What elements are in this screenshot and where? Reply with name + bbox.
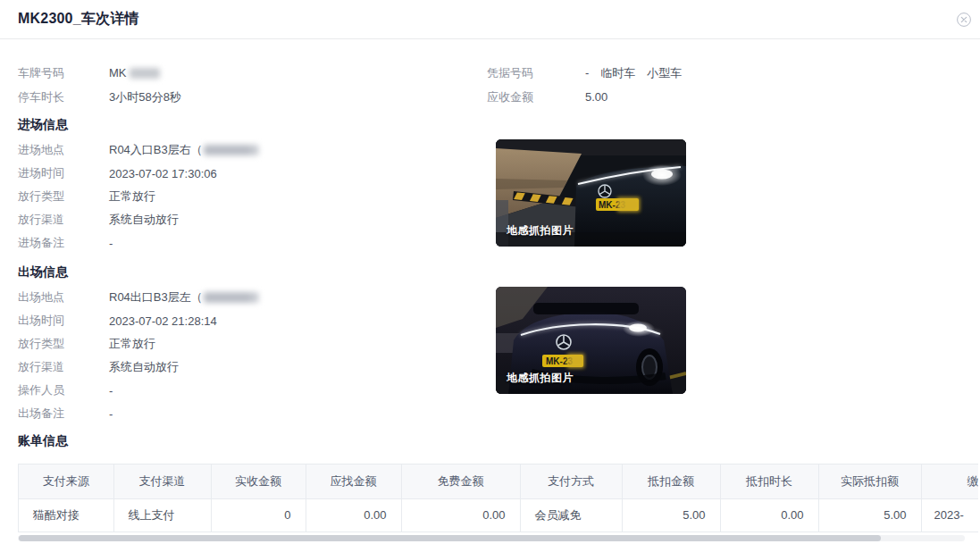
bill-header-row: 支付来源 支付渠道 实收金额 应找金额 免费金额 支付方式 抵扣金额 抵扣时长 … xyxy=(19,464,978,498)
entry-release-channel-value: 系统自动放行 xyxy=(109,212,179,228)
voucher-number-text: - xyxy=(585,66,589,80)
exit-remark-row: 出场备注 - xyxy=(18,402,962,425)
operator-value: - xyxy=(109,384,113,398)
entry-remark-row: 进场备注 - xyxy=(18,231,962,255)
parking-duration-value: 3小时58分8秒 xyxy=(109,89,181,105)
td-change-amount: 0.00 xyxy=(306,498,401,531)
amount-due-label: 应收金额 xyxy=(487,89,585,105)
parking-duration-label: 停车时长 xyxy=(18,89,109,105)
table-horizontal-scrollbar[interactable] xyxy=(18,535,965,541)
th-actual-deduction: 实际抵扣额 xyxy=(818,464,921,498)
exit-release-channel-row: 放行渠道 系统自动放行 xyxy=(18,356,962,379)
entry-release-channel-label: 放行渠道 xyxy=(18,212,109,228)
entry-release-type-value: 正常放行 xyxy=(109,188,155,205)
td-deduction-amount: 5.00 xyxy=(622,498,720,531)
scrollbar-thumb[interactable] xyxy=(19,535,881,541)
td-actual-deduction: 5.00 xyxy=(818,498,921,531)
entry-time-value: 2023-07-02 17:30:06 xyxy=(109,167,217,180)
redacted-plate-blur xyxy=(130,68,160,79)
th-payment-method: 支付方式 xyxy=(520,464,622,498)
th-received-amount: 实收金额 xyxy=(211,464,306,498)
exit-photo-caption: 地感抓拍图片 xyxy=(507,371,574,386)
th-change-amount: 应找金额 xyxy=(306,464,401,498)
dialog-title: MK2300_车次详情 xyxy=(18,10,139,29)
entry-remark-label: 进场备注 xyxy=(18,235,109,251)
exit-remark-label: 出场备注 xyxy=(18,406,109,422)
exit-section-title: 出场信息 xyxy=(18,264,962,280)
amount-due-field: 应收金额 5.00 xyxy=(487,85,962,109)
entry-info-rows: 进场地点 R04入口B3层右（ 进场时间 2023-07-02 17:30:06… xyxy=(18,138,962,255)
operator-row: 操作人员 - xyxy=(18,379,962,402)
td-payment-method: 会员减免 xyxy=(520,498,622,531)
voucher-number-field: 凭据号码 -临时车小型车 xyxy=(487,61,962,85)
exit-release-channel-label: 放行渠道 xyxy=(18,359,109,375)
th-payment-channel: 支付渠道 xyxy=(113,464,211,498)
plate-number-value: MK xyxy=(109,66,160,80)
summary-section: 车牌号码 MK 凭据号码 -临时车小型车 停车时长 3小时58分8秒 应收金额 … xyxy=(18,61,962,109)
plate-number-field: 车牌号码 MK xyxy=(18,61,487,85)
exit-release-type-label: 放行类型 xyxy=(18,336,109,352)
trip-detail-dialog: MK2300_车次详情 车牌号码 MK 凭据号码 -临时车小型车 停车时长 3小… xyxy=(0,0,980,541)
exit-release-type-value: 正常放行 xyxy=(109,336,155,352)
exit-info-rows: 出场地点 R04出口B3层左（ 出场时间 2023-07-02 21:28:14… xyxy=(18,286,962,425)
exit-capture-photo[interactable]: MK-23 地感抓拍图片 xyxy=(496,287,686,394)
exit-location-value: R04出口B3层左（ xyxy=(109,289,259,305)
th-clipped-column: 缴 xyxy=(921,464,978,498)
amount-due-value: 5.00 xyxy=(585,90,607,104)
redacted-location-blur xyxy=(204,145,259,155)
dialog-header: MK2300_车次详情 xyxy=(0,0,980,39)
entry-release-channel-row: 放行渠道 系统自动放行 xyxy=(18,208,962,231)
exit-time-row: 出场时间 2023-07-02 21:28:14 xyxy=(18,309,962,332)
voucher-number-label: 凭据号码 xyxy=(487,65,585,81)
bill-data-row: 猫酷对接 线上支付 0 0.00 0.00 会员减免 5.00 0.00 5.0… xyxy=(19,498,978,531)
entry-release-type-row: 放行类型 正常放行 xyxy=(18,185,962,208)
entry-location-row: 进场地点 R04入口B3层右（ xyxy=(18,138,962,162)
entry-time-row: 进场时间 2023-07-02 17:30:06 xyxy=(18,162,962,185)
close-button[interactable] xyxy=(956,12,972,28)
bill-section-title: 账单信息 xyxy=(18,432,962,449)
exit-remark-value: - xyxy=(109,407,113,421)
entry-section-title: 进场信息 xyxy=(18,116,962,133)
entry-location-text: R04入口B3层右（ xyxy=(109,143,203,156)
exit-release-channel-value: 系统自动放行 xyxy=(109,359,179,375)
operator-label: 操作人员 xyxy=(18,382,109,398)
td-free-amount: 0.00 xyxy=(401,498,520,531)
bill-table-viewport: 支付来源 支付渠道 实收金额 应找金额 免费金额 支付方式 抵扣金额 抵扣时长 … xyxy=(18,464,978,532)
entry-location-label: 进场地点 xyxy=(18,142,109,158)
parking-duration-field: 停车时长 3小时58分8秒 xyxy=(18,85,487,109)
plate-number-text: MK xyxy=(109,66,127,80)
exit-location-text: R04出口B3层左（ xyxy=(109,290,203,304)
exit-location-label: 出场地点 xyxy=(18,289,109,305)
td-clipped-column: 2023- xyxy=(921,498,978,531)
bill-table: 支付来源 支付渠道 实收金额 应找金额 免费金额 支付方式 抵扣金额 抵扣时长 … xyxy=(19,464,978,532)
exit-time-value: 2023-07-02 21:28:14 xyxy=(109,314,217,328)
plate-number-label: 车牌号码 xyxy=(18,65,109,81)
th-deduction-amount: 抵扣金额 xyxy=(622,464,720,498)
entry-time-label: 进场时间 xyxy=(18,165,109,181)
close-icon xyxy=(956,12,972,28)
vehicle-size-tag: 小型车 xyxy=(647,66,682,80)
th-deduction-duration: 抵扣时长 xyxy=(720,464,818,498)
exit-release-type-row: 放行类型 正常放行 xyxy=(18,332,962,356)
vehicle-type-tag: 临时车 xyxy=(600,66,635,80)
th-free-amount: 免费金额 xyxy=(401,464,520,498)
entry-remark-value: - xyxy=(109,237,113,250)
exit-time-label: 出场时间 xyxy=(18,313,109,329)
entry-release-type-label: 放行类型 xyxy=(18,188,109,205)
voucher-number-value: -临时车小型车 xyxy=(585,65,682,81)
td-payment-channel: 线上支付 xyxy=(113,498,211,531)
redacted-location-blur xyxy=(204,292,259,303)
td-deduction-duration: 0.00 xyxy=(720,498,818,531)
entry-location-value: R04入口B3层右（ xyxy=(109,142,259,158)
entry-photo-caption: 地感抓拍图片 xyxy=(507,223,574,239)
td-received-amount: 0 xyxy=(211,498,306,531)
td-payment-source: 猫酷对接 xyxy=(19,498,113,531)
entry-capture-photo[interactable]: MK-23 地感抓拍图片 xyxy=(496,139,686,247)
th-payment-source: 支付来源 xyxy=(19,464,113,498)
dialog-body: 车牌号码 MK 凭据号码 -临时车小型车 停车时长 3小时58分8秒 应收金额 … xyxy=(0,61,980,541)
exit-location-row: 出场地点 R04出口B3层左（ xyxy=(18,286,962,309)
